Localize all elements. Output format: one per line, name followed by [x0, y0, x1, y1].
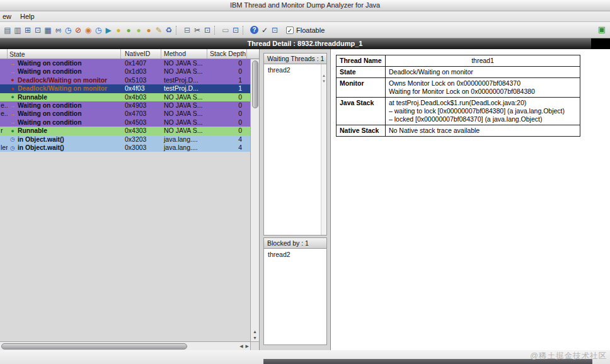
detail-row: Native Stack No Native stack trace avail… [337, 125, 580, 137]
column-header-stackdepth[interactable]: Stack Depth [207, 49, 247, 59]
recycle-icon[interactable]: ♻ [164, 25, 174, 35]
thread-state-cell: Deadlock/Waiting on monitor [8, 76, 121, 84]
table-view-icon[interactable]: ▦ [43, 25, 53, 35]
thread-state-icon [9, 128, 16, 134]
column-header-name[interactable] [0, 49, 8, 59]
scroll-down-icon[interactable]: ▼ [253, 335, 257, 341]
floatable-label: Floatable [296, 26, 325, 34]
detail-label: Thread Name [337, 55, 386, 67]
expand-icon[interactable]: ▣ [598, 25, 606, 34]
record-icon[interactable]: ◉ [83, 25, 93, 35]
cube-icon[interactable]: ⊟ [182, 25, 192, 35]
method-cell: java.lang.... [161, 135, 207, 144]
scroll-left-icon[interactable]: ◀ [238, 344, 244, 349]
monitor-view-icon[interactable]: ⊡ [33, 25, 43, 35]
save-file-icon[interactable]: ▥ [13, 25, 23, 35]
thread-state-label: Deadlock/Waiting on monitor [18, 84, 107, 93]
floatable-checkbox[interactable]: ✓ [286, 26, 294, 34]
window-icon[interactable]: ⊡ [231, 25, 241, 35]
thread-table-row[interactable]: r Runnable 0x4303 NO JAVA S... 0 [0, 127, 250, 135]
detail-value: at testProj.DeadLock$1.run(DeadLock.java… [386, 98, 580, 125]
thread-state-label: in Object.wait() [18, 144, 64, 152]
horizontal-scrollbar-thumb[interactable] [1, 343, 187, 350]
thread-name-fragment [0, 59, 8, 67]
thread-table-row[interactable]: Runnable 0x4b03 NO JAVA S... 0 [0, 93, 250, 101]
thread-table-panel: State NativeID Method Stack Depth Waitin… [0, 49, 260, 350]
floatable-toggle[interactable]: ✓ Floatable [286, 26, 325, 34]
column-header-method[interactable]: Method [161, 49, 207, 59]
stack-depth-cell: 0 [207, 118, 247, 127]
open-file-icon[interactable]: ▤ [3, 25, 13, 35]
thread-state-cell: Waiting on condition [8, 101, 121, 110]
toolbar-separator[interactable] [176, 26, 180, 35]
window-blue-icon[interactable]: ⊡ [270, 25, 280, 35]
stop-icon[interactable]: ⊘ [73, 25, 83, 35]
summary-view-icon[interactable]: ⊞ [23, 25, 33, 35]
method-cell: NO JAVA S... [161, 67, 207, 76]
detail-label: Native Stack [337, 125, 386, 137]
pencil-icon[interactable]: ✎ [154, 25, 164, 35]
vertical-scrollbar-thumb[interactable] [252, 60, 258, 108]
thread-table-row[interactable]: e... Waiting on condition 0x4703 NO JAVA… [0, 110, 250, 118]
thread-state-label: in Object.wait() [18, 135, 64, 144]
thread-state-cell: Waiting on condition [8, 110, 121, 118]
thread-name-fragment [0, 84, 8, 93]
method-cell: java.lang.... [161, 144, 207, 152]
column-header-nativeid[interactable]: NativeID [121, 49, 161, 59]
history-clock-icon[interactable]: ◷ [93, 25, 103, 35]
toolbar-separator[interactable] [214, 26, 219, 35]
menu-item[interactable]: ew [3, 13, 11, 20]
green-ball-icon[interactable]: ● [124, 25, 134, 35]
lime-ball-icon[interactable]: ● [134, 25, 144, 35]
thread-state-label: Waiting on condition [18, 118, 81, 127]
native-id-cell: 0x4303 [121, 127, 161, 135]
thread-table-row[interactable]: Deadlock/Waiting on monitor 0x4f03 testP… [0, 84, 250, 93]
window-title: IBM Thread and Monitor Dump Analyzer for… [230, 1, 380, 9]
thread-table-row[interactable]: e... Waiting on condition 0x4903 NO JAVA… [0, 101, 250, 110]
scissors-icon[interactable]: ✂ [192, 25, 202, 35]
toolbar-separator[interactable] [243, 26, 247, 35]
thread-table-row[interactable]: Waiting on condition 0x1407 NO JAVA S...… [0, 59, 250, 67]
thread-table-row[interactable]: Waiting on condition 0x4503 NO JAVA S...… [0, 118, 250, 127]
yellow-ball-icon[interactable]: ● [113, 25, 124, 35]
detail-row: Java Stack at testProj.DeadLock$1.run(De… [337, 98, 580, 125]
thread-table-row[interactable]: Waiting on condition 0x1d03 NO JAVA S...… [0, 67, 250, 76]
column-header-state[interactable]: State [8, 49, 121, 59]
blocked-by-item[interactable]: thread2 [264, 249, 326, 259]
vertical-scrollbar[interactable]: ▲ ▼ [250, 59, 259, 341]
thread-name-fragment: ler [0, 144, 8, 152]
waiting-thread-item[interactable]: thread2 [264, 64, 326, 74]
thread-table-row[interactable]: in Object.wait() 0x3203 java.lang.... 4 [0, 135, 250, 144]
native-id-cell: 0x5103 [121, 76, 161, 84]
detail-value: No Native stack trace available [386, 125, 580, 137]
scroll-up-icon[interactable]: ▲ [253, 329, 257, 335]
stack-depth-cell: 1 [207, 84, 247, 93]
clock-icon[interactable]: ◷ [63, 25, 73, 35]
thread-table-row[interactable]: Deadlock/Waiting on monitor 0x5103 testP… [0, 76, 250, 84]
thread-table-row[interactable]: ler in Object.wait() 0x3003 java.lang...… [0, 144, 250, 152]
thread-view-icon[interactable]: (w) [53, 25, 63, 35]
thread-state-label: Deadlock/Waiting on monitor [18, 76, 107, 84]
help-icon[interactable]: ? [250, 26, 258, 34]
native-id-cell: 0x3203 [121, 135, 161, 144]
detail-label: Java Stack [337, 98, 386, 125]
orange-ball-icon[interactable]: ● [144, 25, 154, 35]
horizontal-scrollbar[interactable]: ◀ ▶ [0, 342, 250, 350]
stack-depth-cell: 1 [207, 76, 247, 84]
thread-detail-panel: Thread Name thread1 State Deadlock/Waiti… [331, 49, 610, 350]
waiting-list-scrollbar[interactable]: ▲▼ [321, 64, 326, 235]
thread-state-icon [9, 103, 16, 109]
thread-name-fragment [0, 67, 8, 76]
monitor-icon[interactable]: ⊡ [202, 25, 212, 35]
method-cell: testProj.D... [161, 84, 207, 93]
scroll-right-icon[interactable]: ▶ [245, 344, 250, 349]
check-icon[interactable]: ✓ [260, 25, 270, 35]
play-icon[interactable]: ▶ [103, 25, 113, 35]
stack-depth-cell: 4 [207, 135, 247, 144]
thread-state-label: Waiting on condition [18, 59, 81, 67]
minimize-icon[interactable]: ▭ [221, 25, 231, 35]
thread-detail-table: Thread Name thread1 State Deadlock/Waiti… [336, 55, 580, 137]
thread-detail-title: Thread Detail : 8932.threaddump_1 [248, 40, 363, 47]
method-cell: NO JAVA S... [161, 110, 207, 118]
menu-item[interactable]: Help [20, 13, 35, 20]
